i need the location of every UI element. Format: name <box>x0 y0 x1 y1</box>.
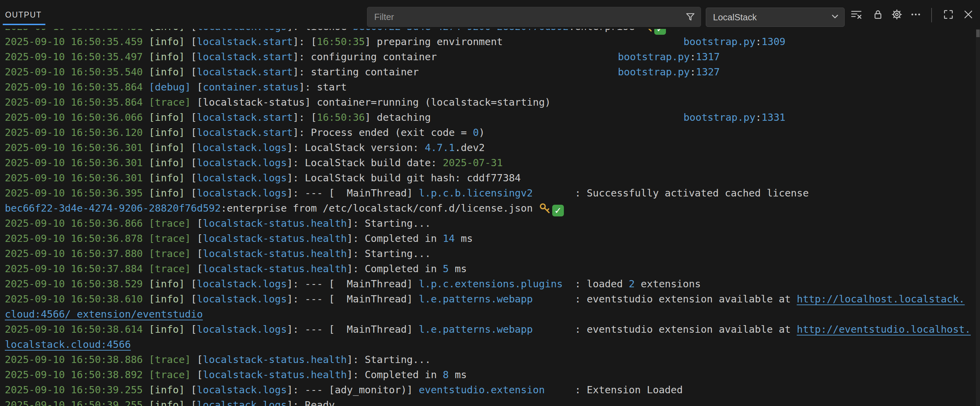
log-text: [ <box>191 399 197 406</box>
log-text: container.status <box>203 81 299 93</box>
log-text: 1327 <box>696 66 720 78</box>
log-text: ]: Completed in <box>347 263 442 275</box>
more-actions-button[interactable] <box>908 8 923 23</box>
log-text: 2025-09-10 16:50:37.884 <box>5 263 149 275</box>
tab-output[interactable]: OUTPUT <box>5 10 42 19</box>
log-link[interactable]: cloud:4566/_extension/eventstudio <box>5 308 203 320</box>
log-text: [info] <box>149 142 191 153</box>
log-text: : eventstudio extension available at <box>533 323 797 335</box>
log-text: localstack-status.health <box>203 369 347 380</box>
log-line: localstack.cloud:4566 <box>0 337 976 352</box>
check-emoji: ✓ <box>552 205 564 216</box>
log-text: [ <box>191 278 197 290</box>
log-text: [info] <box>149 384 191 396</box>
lock-scroll-button[interactable] <box>870 8 886 23</box>
log-line: 2025-09-10 16:50:36.301 [info] [localsta… <box>0 170 976 185</box>
log-line: 2025-09-10 16:50:37.884 [trace] [localst… <box>0 261 976 276</box>
source-ref[interactable]: bootstrap.py:1327 <box>618 64 720 80</box>
log-text: ms <box>455 233 473 244</box>
scrollbar[interactable] <box>976 29 980 406</box>
log-text: ]: Process ended (exit code = <box>293 126 473 138</box>
log-text: [ <box>197 369 203 380</box>
panel-header: OUTPUT LocalStack <box>0 0 980 29</box>
log-link[interactable]: http://localhost.localstack. <box>797 293 965 305</box>
log-link[interactable]: localstack.cloud:4566 <box>5 339 131 350</box>
log-text: [ <box>191 142 197 153</box>
log-line: 2025-09-10 16:50:38.614 [info] [localsta… <box>0 322 976 337</box>
chevron-down-icon <box>830 11 840 23</box>
log-text: [trace] <box>149 263 197 275</box>
log-text: 2025-09-10 16:50:36.395 <box>5 187 149 199</box>
log-line: 2025-09-10 16:50:36.301 [info] [localsta… <box>0 140 976 155</box>
log-text: localstack.logs <box>197 187 287 199</box>
log-text: localstack.logs <box>197 172 287 184</box>
maximize-panel-button[interactable] <box>941 8 956 23</box>
log-text: extensions <box>635 278 701 290</box>
log-output[interactable]: 2025-09-10 16:50:35.451 [info] [localsta… <box>0 29 976 406</box>
log-text: [ <box>191 187 197 199</box>
log-text: 2025-09-10 16:50:38.529 <box>5 278 149 290</box>
log-line: 2025-09-10 16:50:36.120 [info] [localsta… <box>0 125 976 140</box>
log-text: 2025-09-10 16:50:36.301 <box>5 142 149 153</box>
log-line: 2025-09-10 16:50:35.864 [debug] [contain… <box>0 80 976 94</box>
scrollbar-thumb[interactable] <box>976 30 980 37</box>
log-text: [info] <box>149 293 191 305</box>
log-line: 2025-09-10 16:50:37.880 [trace] [localst… <box>0 246 976 261</box>
output-channel-select[interactable]: LocalStack <box>706 8 845 27</box>
log-text: localstack.logs <box>197 384 287 396</box>
settings-button[interactable] <box>889 8 904 23</box>
log-text: ]: --- [ MainThread] <box>287 278 419 290</box>
log-text: localstack.logs <box>197 323 287 335</box>
log-text: [ <box>191 384 197 396</box>
log-line: 2025-09-10 16:50:36.301 [info] [localsta… <box>0 155 976 170</box>
output-panel: OUTPUT LocalStack <box>0 0 980 406</box>
log-link[interactable]: http://eventstudio.localhost. <box>797 323 971 335</box>
log-text: 2025-09-10 16:50:38.610 <box>5 293 149 305</box>
log-text: localstack-status.health <box>203 248 347 259</box>
log-text: [info] <box>149 126 191 138</box>
log-text: : eventstudio extension available at <box>533 293 797 305</box>
filter-icon[interactable] <box>683 9 698 24</box>
log-text: [info] <box>149 278 191 290</box>
source-ref[interactable]: bootstrap.py:1309 <box>684 34 786 49</box>
log-text: [ <box>191 157 197 169</box>
source-ref[interactable]: bootstrap.py:1317 <box>618 49 720 64</box>
clear-output-button[interactable] <box>849 8 864 23</box>
log-text: 2025-09-10 16:50:35.459 <box>5 36 149 48</box>
log-text: ]: configuring container <box>293 51 437 62</box>
log-text: 2025-09-10 16:50:35.451 <box>5 29 149 32</box>
log-line: 2025-09-10 16:50:39.255 [info] [localsta… <box>0 397 976 406</box>
log-text: localstack.start <box>197 126 293 138</box>
log-text: [trace] <box>149 369 197 380</box>
log-text: [info] <box>149 36 191 48</box>
log-text: localstack.start <box>197 36 293 48</box>
filter-input[interactable] <box>368 12 683 22</box>
log-text: ms <box>449 263 467 275</box>
log-text: [info] <box>149 66 191 78</box>
log-text: 0 <box>473 126 479 138</box>
close-panel-button[interactable] <box>961 8 976 23</box>
key-emoji <box>641 29 652 32</box>
log-text: [ <box>191 66 197 78</box>
log-text: 2025-09-10 16:50:35.497 <box>5 51 149 62</box>
log-text: [trace] <box>149 248 197 259</box>
clear-output-icon <box>850 8 862 22</box>
output-channel-selected: LocalStack <box>713 12 757 23</box>
log-text: 2025-09-10 16:50:35.540 <box>5 66 149 78</box>
log-text: : Successfully activated cached license <box>533 187 808 199</box>
log-text: l.e.patterns.webapp <box>419 293 533 305</box>
log-text: [ <box>191 29 197 32</box>
log-line: 2025-09-10 16:50:36.866 [trace] [localst… <box>0 216 976 231</box>
log-text: [ <box>197 354 203 365</box>
log-text: 2025-09-10 16:50:39.255 <box>5 384 149 396</box>
log-text: localstack.logs <box>197 29 287 32</box>
log-text: l.p.c.b.licensingv2 <box>419 187 533 199</box>
lock-icon <box>872 9 884 22</box>
log-text: [trace] <box>149 96 197 108</box>
source-ref[interactable]: bootstrap.py:1331 <box>684 110 786 125</box>
log-text: [ <box>197 81 203 93</box>
log-text: ]: --- [ady_monitor)] <box>287 384 419 396</box>
log-line: 2025-09-10 16:50:38.892 [trace] [localst… <box>0 367 976 382</box>
log-text: [info] <box>149 187 191 199</box>
log-text: 2025-09-10 16:50:36.301 <box>5 157 149 169</box>
